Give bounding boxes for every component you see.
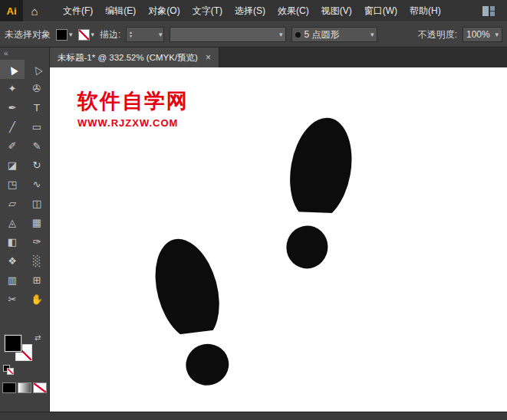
menu-bar: Ai ⌂ 文件(F) 编辑(E) 对象(O) 文字(T) 选择(S) 效果(C)…	[0, 0, 507, 22]
document-tab-title: 未标题-1* @ 332.52% (CMYK/预览)	[58, 52, 198, 64]
fill-color-picker[interactable]: ▾	[56, 29, 73, 41]
free-transform-tool-icon: ▱	[8, 198, 16, 209]
artboard-tool[interactable]: ⊞	[25, 271, 49, 290]
pencil-tool[interactable]: ✎	[25, 136, 49, 156]
chevron-down-icon[interactable]: ▾	[91, 31, 95, 38]
menu-object[interactable]: 对象(O)	[142, 0, 186, 21]
footprint-right[interactable]	[267, 112, 367, 275]
workspace-tile	[482, 6, 489, 16]
footprint-left[interactable]	[138, 230, 249, 395]
type-tool[interactable]: T	[25, 98, 49, 117]
column-graph-tool-icon: ▥	[8, 274, 17, 286]
collapse-panel-icon[interactable]: «	[0, 48, 49, 60]
type-tool-icon: T	[34, 102, 40, 113]
direct-selection-tool-icon: △	[28, 59, 45, 80]
stroke-label: 描边:	[100, 28, 120, 41]
width-tool-icon: ∿	[33, 179, 41, 190]
swap-fill-stroke-icon[interactable]: ⇄	[35, 333, 41, 342]
menu-help[interactable]: 帮助(H)	[403, 0, 447, 21]
artboard-tool-icon: ⊞	[33, 274, 41, 286]
pencil-tool-icon: ✎	[33, 140, 41, 152]
eyedropper-tool-icon: ✑	[33, 236, 41, 248]
watermark-url: WWW.RJZXW.COM	[77, 117, 189, 129]
none-button[interactable]	[33, 382, 47, 393]
variable-width-profile-dropdown[interactable]: ▾	[170, 27, 286, 42]
menu-select[interactable]: 选择(S)	[229, 0, 272, 21]
eraser-tool-icon: ◪	[8, 159, 17, 171]
menu-type[interactable]: 文字(T)	[186, 0, 229, 21]
brush-name: 5 点圆形	[304, 28, 339, 41]
stroke-weight-stepper[interactable]: ▴ ▾ ▾	[126, 27, 164, 42]
color-mode-buttons	[2, 382, 47, 393]
free-transform-tool[interactable]: ▱	[0, 194, 25, 213]
menu-window[interactable]: 窗口(W)	[358, 0, 403, 21]
document-tab[interactable]: 未标题-1* @ 332.52% (CMYK/预览) ×	[50, 48, 219, 67]
paintbrush-tool-icon: ✐	[8, 140, 17, 152]
document-tab-bar: 未标题-1* @ 332.52% (CMYK/预览) ×	[50, 48, 507, 67]
default-fill-stroke-icon[interactable]	[3, 365, 14, 374]
rotate-tool[interactable]: ↻	[25, 156, 49, 175]
symbol-sprayer-tool-icon: ░	[33, 255, 41, 267]
canvas[interactable]: 软件自学网 WWW.RJZXW.COM	[50, 67, 507, 412]
gradient-tool[interactable]: ◧	[0, 232, 25, 251]
menu-effect[interactable]: 效果(C)	[272, 0, 315, 21]
line-segment-tool[interactable]: ╱	[0, 117, 25, 136]
scale-tool[interactable]: ◳	[0, 175, 25, 194]
opacity-value: 100%	[466, 29, 490, 40]
stepper-arrows-icon[interactable]: ▴ ▾	[127, 31, 134, 38]
gradient-tool-icon: ◧	[8, 236, 17, 248]
home-icon[interactable]: ⌂	[23, 5, 46, 18]
default-stroke-tile	[7, 368, 14, 375]
chevron-down-icon: ▾	[495, 31, 499, 38]
rectangle-tool[interactable]: ▭	[25, 117, 49, 136]
direct-selection-tool[interactable]: △	[25, 60, 49, 79]
shape-builder-tool-icon: ◫	[32, 198, 41, 209]
opacity-label: 不透明度:	[418, 28, 457, 41]
gradient-button[interactable]	[18, 382, 31, 393]
eraser-tool[interactable]: ◪	[0, 156, 25, 175]
illustrator-window: Ai ⌂ 文件(F) 编辑(E) 对象(O) 文字(T) 选择(S) 效果(C)…	[0, 0, 507, 420]
pen-tool[interactable]: ✒	[0, 98, 25, 117]
watermark: 软件自学网 WWW.RJZXW.COM	[77, 87, 189, 129]
mesh-tool[interactable]: ▦	[25, 213, 49, 232]
mesh-tool-icon: ▦	[32, 217, 41, 228]
perspective-grid-tool[interactable]: ◬	[0, 213, 25, 232]
brush-definition-dropdown[interactable]: 5 点圆形 ▾	[291, 27, 377, 42]
paintbrush-tool[interactable]: ✐	[0, 136, 25, 156]
fill-indicator[interactable]	[5, 335, 21, 352]
chevron-down-icon[interactable]: ▾	[159, 31, 163, 38]
menu-file[interactable]: 文件(F)	[57, 0, 99, 21]
blend-tool[interactable]: ❖	[0, 251, 25, 271]
menu-view[interactable]: 视图(V)	[315, 0, 358, 21]
fill-swatch[interactable]	[56, 29, 67, 41]
lasso-tool-icon: ✇	[33, 83, 41, 94]
menu-edit[interactable]: 编辑(E)	[99, 0, 142, 21]
magic-wand-tool-icon: ✦	[8, 83, 17, 94]
opacity-dropdown[interactable]: 100% ▾	[463, 27, 502, 42]
menu-items: 文件(F) 编辑(E) 对象(O) 文字(T) 选择(S) 效果(C) 视图(V…	[57, 0, 447, 21]
close-tab-icon[interactable]: ×	[206, 52, 211, 63]
selection-tool[interactable]: ▲	[0, 60, 25, 79]
stroke-color-picker[interactable]: ▾	[78, 29, 95, 41]
symbol-sprayer-tool[interactable]: ░	[25, 251, 49, 271]
slice-tool-icon: ✂	[8, 294, 17, 305]
app-logo-icon: Ai	[0, 0, 23, 21]
workspace-switcher-icon[interactable]	[482, 6, 495, 16]
control-bar: 未选择对象 ▾ ▾ 描边: ▴ ▾ ▾ ▾ 5 点圆形 ▾ 不透明度: 1	[0, 21, 507, 48]
eyedropper-tool[interactable]: ✑	[25, 232, 49, 251]
lasso-tool[interactable]: ✇	[25, 79, 49, 98]
hand-tool[interactable]: ✋	[25, 290, 49, 309]
column-graph-tool[interactable]: ▥	[0, 271, 25, 290]
status-bar	[0, 412, 507, 420]
stroke-none-swatch[interactable]	[78, 29, 90, 41]
color-button[interactable]	[2, 382, 16, 393]
magic-wand-tool[interactable]: ✦	[0, 79, 25, 98]
shape-builder-tool[interactable]: ◫	[25, 194, 49, 213]
tools-panel: « ▲ △ ✦ ✇ ✒ T ╱ ▭ ✐ ✎ ◪ ↻ ◳ ∿ ▱ ◫ ◬ ▦ ◧ …	[0, 48, 50, 412]
slice-tool[interactable]: ✂	[0, 290, 25, 309]
width-tool[interactable]: ∿	[25, 175, 49, 194]
brush-preview-icon	[295, 32, 301, 38]
workspace-tile	[490, 6, 495, 11]
fill-stroke-controls: ⇄	[0, 322, 50, 406]
chevron-down-icon[interactable]: ▾	[69, 31, 73, 38]
